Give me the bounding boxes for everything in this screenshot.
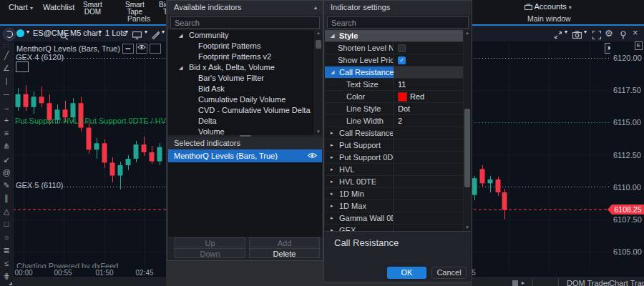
toolbar-grip-handle[interactable]: [3, 44, 10, 48]
tree-item-row[interactable]: Volume: [168, 127, 314, 135]
setting-checkbox[interactable]: ✓: [398, 56, 406, 64]
tree-expand-icon[interactable]: ◢: [179, 30, 182, 41]
chevron-down-icon[interactable]: ▾: [26, 29, 29, 35]
delete-button[interactable]: Delete: [249, 248, 320, 258]
pitchfork-tool[interactable]: ⋔: [0, 139, 13, 152]
setting-value-cell[interactable]: Dot: [394, 103, 463, 114]
panel-box-icon[interactable]: [512, 279, 518, 286]
settings-property-row[interactable]: Line StyleDot: [325, 103, 463, 115]
tree-item-row[interactable]: CVD - Cumulative Volume Delta: [168, 105, 314, 116]
legend-collapse-box[interactable]: [16, 61, 29, 72]
fib-spiral-tool[interactable]: @: [0, 166, 13, 179]
tree-scrollbar[interactable]: ▲ ▼: [315, 30, 322, 135]
eye-icon[interactable]: [308, 152, 317, 159]
settings-property-row[interactable]: Shorten Level Na...: [325, 42, 463, 54]
setting-value-cell[interactable]: 11: [394, 79, 463, 90]
camera-icon[interactable]: [572, 31, 582, 39]
triangle-tool[interactable]: △: [0, 204, 13, 217]
indicator-settings-header[interactable]: Indicator settings: [324, 1, 472, 14]
tree-item-row[interactable]: Cumulative Daily Volume: [168, 94, 314, 105]
ray-tool[interactable]: →: [0, 101, 13, 114]
settings-property-row[interactable]: ColorRed: [325, 91, 463, 103]
settings-expand-icon[interactable]: ▸: [331, 176, 333, 187]
available-indicators-header[interactable]: Available indicators ▴: [167, 1, 323, 14]
tree-item-row[interactable]: Footprint Patterns: [168, 41, 314, 51]
vertical-line-tool[interactable]: |: [0, 74, 13, 87]
tree-item-row[interactable]: Footprint Patterns v2: [168, 51, 314, 62]
chevron-down-icon[interactable]: ▾: [565, 29, 567, 35]
monitor-icon[interactable]: [132, 31, 142, 39]
settings-group-row[interactable]: ▸Put Support 0DTE: [325, 152, 463, 164]
chevron-down-icon[interactable]: ▾: [584, 29, 587, 35]
quantity-selector[interactable]: 1 Lots: [105, 29, 127, 37]
chevron-down-icon[interactable]: ▾: [162, 29, 165, 35]
settings-group-row[interactable]: ◢Style: [325, 30, 463, 42]
settings-expand-icon[interactable]: ▸: [331, 127, 333, 139]
setting-value-cell[interactable]: [394, 42, 463, 54]
ribbon-chart-button[interactable]: Chart ▾: [9, 3, 33, 11]
settings-property-row[interactable]: Text Size11: [325, 79, 463, 91]
cross-tool[interactable]: +: [0, 114, 13, 127]
tree-group-row[interactable]: ◢Bid x Ask, Delta, Volume: [168, 62, 314, 73]
setting-value-cell[interactable]: ✓: [394, 54, 463, 66]
collapse-window-icon[interactable]: [554, 31, 562, 39]
ribbon-smart-tape-button[interactable]: SmartTape: [125, 1, 145, 16]
price-axis[interactable]: E 6120.006117.506115.006112.506110.00610…: [610, 41, 644, 277]
pattern-tool[interactable]: ⋕: [0, 270, 13, 282]
ribbon-accounts-button[interactable]: Accounts ▾: [525, 2, 572, 11]
settings-expand-icon[interactable]: ◢: [331, 66, 334, 78]
chevron-down-icon[interactable]: ▾: [125, 29, 128, 35]
settings-group-row[interactable]: ▸1D Max: [325, 200, 463, 212]
cancel-button[interactable]: Cancel: [431, 267, 467, 279]
rectangle-tool[interactable]: □: [0, 217, 13, 230]
setting-value-cell[interactable]: Red: [394, 91, 463, 102]
settings-gear-icon[interactable]: ⚙: [605, 28, 613, 39]
settings-expand-icon[interactable]: ▸: [331, 164, 333, 175]
indicator-settings-button[interactable]: •••: [122, 44, 134, 54]
settings-group-row[interactable]: ▸1D Min: [325, 188, 463, 200]
expand-right-icon[interactable]: ▸: [522, 279, 525, 286]
ellipse-tool[interactable]: ○: [0, 231, 13, 244]
trend-line-tool[interactable]: ╱: [0, 49, 13, 61]
chevron-down-icon[interactable]: ▾: [145, 29, 147, 35]
settings-expand-icon[interactable]: ▸: [331, 152, 333, 163]
tree-group-row[interactable]: ◢Community: [168, 30, 314, 41]
settings-expand-icon[interactable]: ◢: [331, 30, 334, 41]
setting-value-cell[interactable]: 2: [394, 115, 463, 127]
ribbon-smart-dom-button[interactable]: SmartDOM: [83, 1, 102, 16]
ribbon-watchlist-button[interactable]: Watchlist: [43, 3, 74, 11]
tree-item-row[interactable]: Delta: [168, 116, 314, 127]
arrow-tool[interactable]: ↙: [0, 153, 13, 166]
app-logo-icon[interactable]: [3, 28, 16, 41]
settings-group-row[interactable]: ▸Put Support: [325, 139, 463, 152]
splitter-handle[interactable]: [240, 135, 251, 137]
add-button[interactable]: Add: [249, 237, 320, 247]
horizontal-line-tool[interactable]: ─: [0, 88, 13, 101]
tree-item-row[interactable]: Bid Ask: [168, 84, 314, 94]
settings-expand-icon[interactable]: ▸: [331, 212, 333, 224]
setting-checkbox[interactable]: [398, 44, 406, 52]
angle-tool[interactable]: ∠: [0, 61, 13, 74]
fib-wedge-tool[interactable]: ≤: [0, 257, 13, 270]
search-icon[interactable]: [60, 32, 68, 40]
indicator-visibility-button[interactable]: [136, 44, 147, 54]
chevron-down-icon[interactable]: ▾: [99, 29, 102, 35]
settings-property-row[interactable]: Show Level Price✓: [325, 54, 463, 66]
ok-button[interactable]: OK: [387, 267, 426, 279]
pencil-icon[interactable]: [151, 31, 160, 39]
price-axis-e-badge[interactable]: E: [635, 41, 643, 50]
collapse-section-icon[interactable]: ▴: [314, 1, 317, 14]
tree-item-row[interactable]: Bar's Volume Filter: [168, 73, 314, 84]
chart-trader-tab[interactable]: Chart Trader: [609, 279, 644, 286]
settings-scrollbar[interactable]: ▲ ▼: [464, 30, 471, 231]
settings-expand-icon[interactable]: ▸: [331, 200, 333, 212]
settings-expand-icon[interactable]: ▸: [331, 139, 333, 151]
brush-tool[interactable]: ✎: [0, 179, 13, 192]
tree-expand-icon[interactable]: ◢: [179, 62, 182, 73]
parallel-channel-tool[interactable]: ≡: [0, 127, 13, 139]
timeframe-selector[interactable]: M5 chart: [70, 29, 101, 37]
parallel-lines-tool[interactable]: ∥: [0, 192, 13, 204]
settings-expand-icon[interactable]: ▸: [331, 188, 333, 199]
settings-group-row[interactable]: ◢Call Resistance: [325, 66, 463, 79]
color-swatch[interactable]: [398, 92, 407, 102]
